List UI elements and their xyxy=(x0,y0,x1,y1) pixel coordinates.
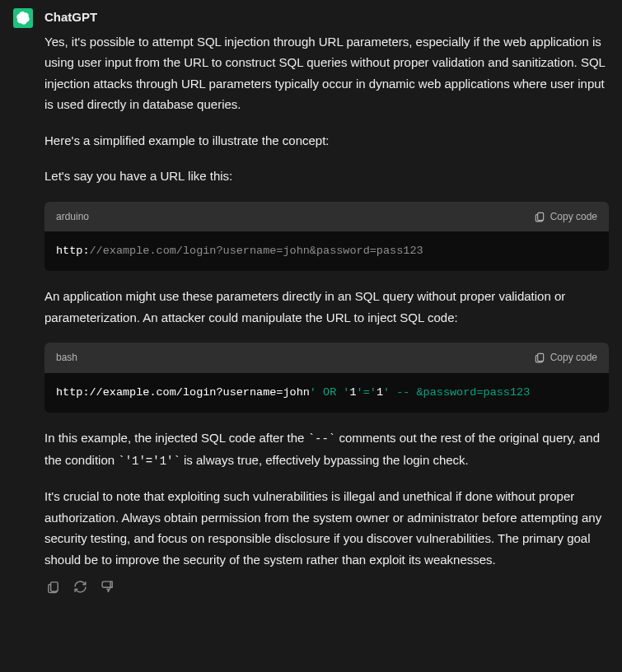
clipboard-icon xyxy=(46,580,60,594)
assistant-message: ChatGPT Yes, it's possible to attempt SQ… xyxy=(13,7,609,595)
code-lang: arduino xyxy=(56,208,89,225)
thumbs-down-icon xyxy=(101,580,115,594)
refresh-icon xyxy=(73,580,87,594)
paragraph: It's crucial to note that exploiting suc… xyxy=(44,486,609,570)
copy-code-button[interactable]: Copy code xyxy=(534,211,597,222)
svg-rect-2 xyxy=(51,582,58,591)
inline-code: `--` xyxy=(308,432,336,446)
assistant-avatar xyxy=(13,8,33,28)
copy-label: Copy code xyxy=(550,211,597,222)
copy-label: Copy code xyxy=(550,352,597,363)
code-content: http://example.com/login?username=john&p… xyxy=(44,231,609,271)
inline-code: `'1'='1'` xyxy=(118,455,180,468)
code-header: bash Copy code xyxy=(44,343,609,372)
copy-code-button[interactable]: Copy code xyxy=(534,352,597,363)
code-block: bash Copy code http://example.com/login?… xyxy=(44,343,609,413)
svg-rect-0 xyxy=(537,212,543,220)
paragraph: Yes, it's possible to attempt SQL inject… xyxy=(44,31,609,115)
paragraph: Here's a simplified example to illustrat… xyxy=(44,130,609,152)
code-content: http://example.com/login?username=john' … xyxy=(44,373,609,413)
paragraph: In this example, the injected SQL code a… xyxy=(44,427,609,472)
code-block: arduino Copy code http://example.com/log… xyxy=(44,202,609,272)
copy-message-button[interactable] xyxy=(44,578,62,595)
code-header: arduino Copy code xyxy=(44,202,609,231)
clipboard-icon xyxy=(534,352,545,363)
message-actions xyxy=(44,578,609,595)
clipboard-icon xyxy=(534,211,545,222)
message-body: Yes, it's possible to attempt SQL inject… xyxy=(44,31,609,596)
regenerate-button[interactable] xyxy=(72,578,89,595)
author-name: ChatGPT xyxy=(44,7,609,28)
paragraph: Let's say you have a URL like this: xyxy=(44,166,609,187)
thumbs-down-button[interactable] xyxy=(99,578,116,595)
code-lang: bash xyxy=(56,349,77,366)
message-content: ChatGPT Yes, it's possible to attempt SQ… xyxy=(44,7,609,595)
paragraph: An application might use these parameter… xyxy=(44,286,609,328)
svg-rect-1 xyxy=(537,354,543,362)
